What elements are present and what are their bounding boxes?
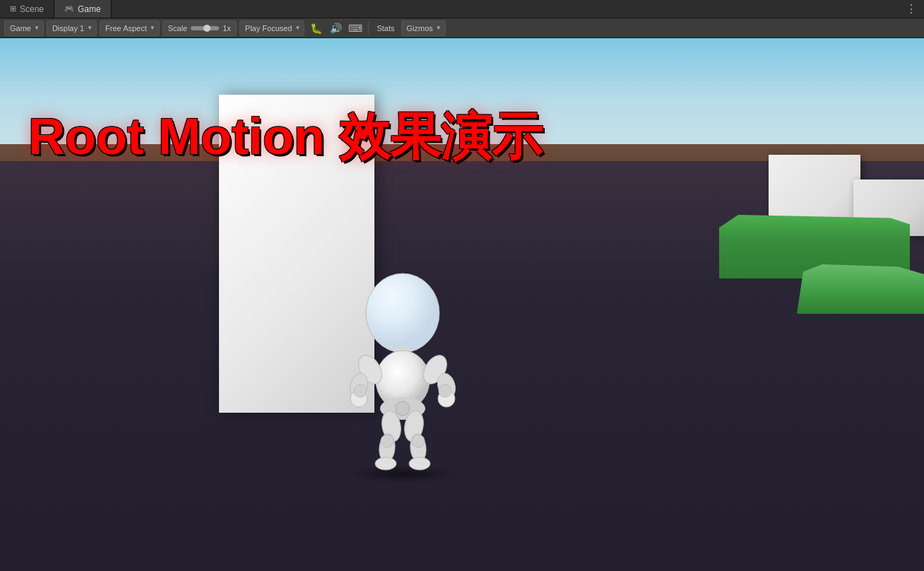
svg-point-15	[409, 457, 430, 470]
audio-icon: 🔊	[330, 23, 342, 34]
svg-point-19	[354, 384, 367, 397]
tab-game-label: Game	[78, 4, 101, 14]
svg-point-20	[439, 384, 451, 397]
stats-label: Stats	[377, 24, 394, 33]
box-right-1	[769, 155, 860, 225]
display-chevron-icon: ▼	[87, 25, 93, 31]
game-label: Game	[10, 24, 31, 33]
play-focused-label: Play Focused	[245, 24, 292, 33]
more-icon: ⋮	[906, 2, 917, 16]
svg-point-18	[412, 435, 425, 447]
aspect-chevron-icon: ▼	[150, 25, 155, 31]
viewport-title: Root Motion 效果演示	[28, 109, 543, 165]
svg-point-12	[375, 457, 396, 470]
scale-slider-thumb	[203, 25, 211, 32]
scale-slider[interactable]	[191, 26, 219, 30]
svg-point-17	[381, 435, 393, 447]
character-svg	[339, 267, 466, 479]
tab-scene[interactable]: ⊞ Scene	[0, 0, 54, 18]
game-icon: 🎮	[64, 4, 74, 13]
gizmos-label: Gizmos	[407, 24, 433, 33]
audio-button[interactable]: 🔊	[327, 20, 344, 36]
aspect-label: Free Aspect	[105, 24, 147, 33]
display-dropdown[interactable]: Display 1 ▼	[47, 20, 97, 36]
stats-button[interactable]: Stats	[373, 20, 398, 36]
bug-icon: 🐛	[310, 23, 322, 34]
tab-bar: ⊞ Scene 🎮 Game ⋮	[0, 0, 924, 18]
scale-value: 1x	[223, 24, 231, 33]
tab-more-button[interactable]: ⋮	[899, 0, 924, 18]
game-chevron-icon: ▼	[34, 25, 40, 31]
scale-label: Scale	[168, 24, 188, 33]
play-focused-dropdown[interactable]: Play Focused ▼	[239, 20, 305, 36]
play-focused-chevron-icon: ▼	[295, 25, 301, 31]
gizmos-chevron-icon: ▼	[436, 25, 442, 31]
tab-game[interactable]: 🎮 Game	[54, 0, 112, 18]
toolbar-separator	[368, 22, 369, 35]
game-viewport[interactable]: Root Motion 效果演示	[0, 38, 924, 571]
toolbar: Game ▼ Display 1 ▼ Free Aspect ▼ Scale 1…	[0, 18, 924, 38]
scene-icon: ⊞	[10, 4, 16, 13]
character	[339, 267, 466, 479]
bug-button[interactable]: 🐛	[307, 20, 324, 36]
grass-platform-2	[797, 264, 924, 314]
game-dropdown[interactable]: Game ▼	[4, 20, 44, 36]
svg-point-0	[366, 273, 439, 353]
svg-point-16	[396, 401, 410, 416]
scale-control[interactable]: Scale 1x	[162, 20, 237, 36]
keyboard-button[interactable]: ⌨	[347, 20, 364, 36]
aspect-dropdown[interactable]: Free Aspect ▼	[100, 20, 160, 36]
tab-scene-label: Scene	[20, 4, 44, 14]
keyboard-icon: ⌨	[348, 23, 362, 34]
display-label: Display 1	[52, 24, 84, 33]
gizmos-dropdown[interactable]: Gizmos ▼	[401, 20, 446, 36]
